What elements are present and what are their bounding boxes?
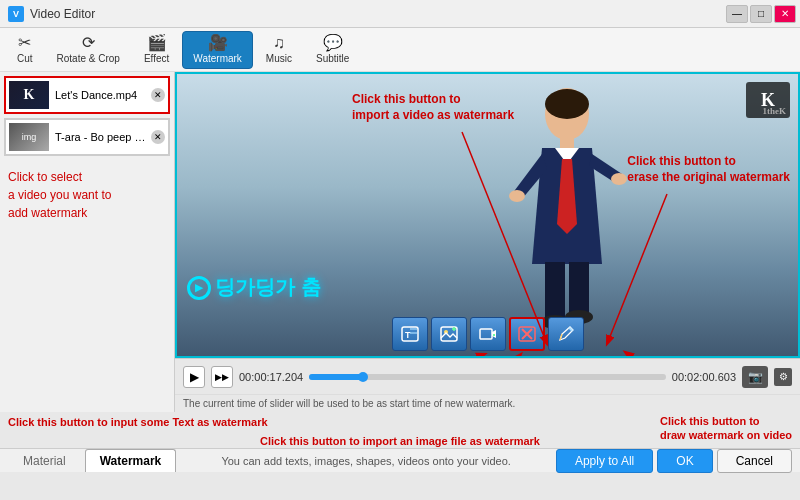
timeline-status: The current time of slider will be used … [175,394,800,412]
clip-close-1[interactable]: ✕ [151,88,165,102]
time-total: 00:02:00.603 [672,371,736,383]
svg-rect-7 [569,262,589,317]
import-image-watermark-button[interactable] [431,317,467,351]
maximize-button[interactable]: □ [750,5,772,23]
minimize-button[interactable]: — [726,5,748,23]
tab-watermark[interactable]: Watermark [85,449,177,472]
screenshot-button[interactable]: 📷 [742,366,768,388]
info-text: You can add texts, images, shapes, video… [180,455,552,467]
ok-button[interactable]: OK [657,449,712,473]
app-window: V Video Editor — □ ✕ ✂ Cut ⟳ Rotate & Cr… [0,0,800,472]
erase-watermark-button[interactable] [509,317,545,351]
cut-icon: ✂ [18,35,31,51]
timeline-bar: ▶ ▶▶ 00:00:17.204 00:02:00.603 📷 ⚙ [175,358,800,394]
k-sub-text: 1theK [763,106,787,116]
cancel-button[interactable]: Cancel [717,449,792,473]
korean-text-overlay: ▶ 딩가딩가 춤 [187,274,321,301]
watermark-tool-button[interactable]: 🎥 Watermark [182,31,253,69]
music-tool-button[interactable]: ♫ Music [255,31,303,69]
svg-rect-16 [480,329,492,339]
svg-point-4 [509,190,525,202]
clip-close-2[interactable]: ✕ [151,130,165,144]
k-logo: K 1theK [746,82,790,118]
app-icon: V [8,6,24,22]
subtitle-tool-button[interactable]: 💬 Subtitle [305,31,360,69]
svg-rect-3 [560,136,574,148]
video-area: K 1theK ▶ 딩가딩가 춤 T [175,72,800,412]
draw-watermark-button[interactable] [548,317,584,351]
annotation-draw-watermark: Click this button todraw watermark on vi… [660,414,792,443]
watermark-buttons-row: T [392,317,584,351]
play-button[interactable]: ▶ [183,366,205,388]
toolbar: ✂ Cut ⟳ Rotate & Crop 🎬 Effect 🎥 Waterma… [0,28,800,72]
rotate-icon: ⟳ [82,35,95,51]
effect-tool-button[interactable]: 🎬 Effect [133,31,180,69]
window-controls: — □ ✕ [726,5,796,23]
close-button[interactable]: ✕ [774,5,796,23]
bottom-tabs-row: Material Watermark You can add texts, im… [0,448,800,472]
watermark-icon: 🎥 [208,35,228,51]
time-current: 00:00:17.204 [239,371,303,383]
annotation-input-text: Click this button to input some Text as … [8,416,268,428]
clip-name-1: Let's Dance.mp4 [55,89,151,101]
clip-name-2: T-ara - Bo peep Bo... [55,131,151,143]
clip-thumbnail-2: img [9,123,49,151]
tab-material[interactable]: Material [8,449,81,472]
clip-thumbnail-1: K [9,81,49,109]
add-text-watermark-button[interactable]: T [392,317,428,351]
apply-all-button[interactable]: Apply to All [556,449,653,473]
svg-point-5 [611,173,627,185]
svg-rect-6 [545,262,565,322]
import-video-watermark-button[interactable] [470,317,506,351]
annotation-import-video: Click this button toimport a video as wa… [352,92,514,123]
video-preview: K 1theK ▶ 딩가딩가 춤 T [175,72,800,358]
clip-item-2[interactable]: img T-ara - Bo peep Bo... ✕ [4,118,170,156]
bottom-annotation-bar: Click this button to input some Text as … [0,412,800,432]
app-title: Video Editor [30,7,95,21]
annotation-import-image: Click this button to import an image fil… [260,435,540,447]
timeline-track[interactable] [309,374,666,380]
subtitle-icon: 💬 [323,35,343,51]
timeline-progress [309,374,362,380]
annotation-erase-watermark: Click this button toerase the original w… [627,154,790,185]
rotate-crop-tool-button[interactable]: ⟳ Rotate & Crop [46,31,131,69]
svg-text:T: T [405,330,411,340]
play-circle-icon: ▶ [187,276,211,300]
step-forward-button[interactable]: ▶▶ [211,366,233,388]
timeline-thumb[interactable] [358,372,368,382]
effect-icon: 🎬 [147,35,167,51]
clip-item-1[interactable]: K Let's Dance.mp4 ✕ [4,76,170,114]
svg-point-2 [545,89,589,119]
title-bar: V Video Editor — □ ✕ [0,0,800,28]
clip-list-panel: K Let's Dance.mp4 ✕ img T-ara - Bo peep … [0,72,175,412]
help-text-left: Click to selecta video you want toadd wa… [4,160,170,230]
music-icon: ♫ [273,35,285,51]
cut-tool-button[interactable]: ✂ Cut [6,31,44,69]
settings-button[interactable]: ⚙ [774,368,792,386]
